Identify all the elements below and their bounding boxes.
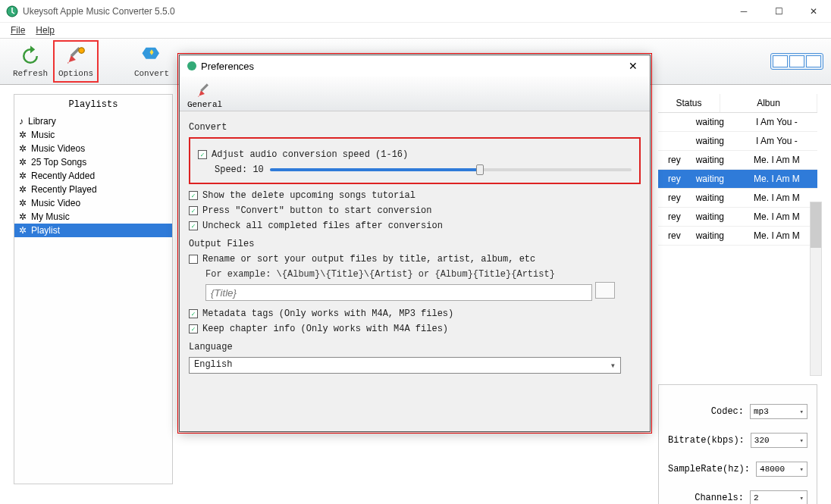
col-album[interactable]: Albun [720,94,817,112]
playlist-item-label: 25 Top Songs [31,157,86,167]
menubar: File Help [0,23,831,38]
adjust-speed-checkbox[interactable]: ✓ [198,150,207,159]
playlist-item[interactable]: ♪Library [14,114,172,128]
press-convert-checkbox[interactable]: ✓ [189,206,198,215]
table-row[interactable]: waitingI Am You - [658,132,817,151]
cell-status: waiting [684,227,736,245]
language-select[interactable]: English [189,357,621,374]
samplerate-select[interactable]: 48000 [756,462,807,477]
output-settings-panel: Codec:mp3 Bitrate(kbps):320 SampleRate(h… [658,384,817,504]
chapter-checkbox[interactable]: ✓ [189,324,198,333]
refresh-button[interactable]: Refresh [8,40,53,83]
playlists-heading: Playlists [14,95,172,114]
window-title: Ukeysoft Apple Music Converter 5.5.0 [23,6,726,17]
table-row[interactable]: reywaitingMe. I Am M [658,170,817,189]
slider-thumb[interactable] [476,164,484,175]
table-row[interactable]: waitingI Am You - [658,113,817,132]
svg-point-3 [187,61,196,70]
playlist-item[interactable]: ✲25 Top Songs [14,155,172,169]
playlist-item-label: Music [31,130,55,140]
table-header: Status Albun [658,94,817,113]
table-row[interactable]: reywaitingMe. I Am M [658,151,817,170]
minimize-button[interactable]: ─ [726,0,761,23]
metadata-checkbox[interactable]: ✓ [189,309,198,318]
view-toggle-1[interactable] [773,55,788,67]
language-section-label: Language [189,342,641,352]
show-delete-label: Show the delete upcoming songs tutorial [202,190,416,201]
gear-icon: ✲ [19,184,27,195]
rename-label: Rename or sort your output files by titl… [202,254,535,265]
codec-select[interactable]: mp3 [750,404,807,419]
chapter-label: Keep chapter info (Only works with M4A f… [202,324,448,334]
scroll-thumb[interactable] [811,202,821,248]
output-files-label: Output Files [189,239,641,249]
gear-icon: ✲ [19,130,27,140]
menu-help[interactable]: Help [36,25,55,36]
gear-icon: ✲ [19,171,27,181]
cell-status: waiting [684,189,736,207]
playlist-item[interactable]: ✲My Music [14,210,172,224]
cell-status: waiting [684,132,736,150]
convert-speed-group: ✓ Adjust audio conversion speed (1-16) S… [189,137,641,184]
playlist-item[interactable]: ✲Recently Played [14,183,172,196]
vertical-scrollbar[interactable] [810,202,822,376]
cell-status: waiting [684,208,736,226]
speed-value-label: Speed: 10 [215,164,264,175]
convert-icon [140,45,163,67]
dialog-icon [186,60,198,72]
rename-pattern-input[interactable] [205,284,592,301]
press-convert-label: Press "Convert" button to start conversi… [202,205,431,216]
app-icon [6,5,18,17]
cell-album: Me. I Am M [736,227,817,245]
tracks-table-fragment: Status Albun waitingI Am You -waitingI A… [658,94,817,268]
playlist-item-label: My Music [31,211,70,222]
table-row[interactable]: revwaitingMe. I Am M [658,227,817,246]
gear-icon: ✲ [19,198,27,208]
pattern-browse-button[interactable] [595,282,615,299]
playlist-item[interactable]: ✲Music Video [14,196,172,210]
playlist-item-label: Recently Played [31,184,97,195]
cell-artist: rey [658,189,684,207]
dialog-titlebar: Preferences ✕ [180,55,650,77]
metadata-label: Metadata tags (Only works with M4A, MP3 … [202,308,453,319]
playlist-item[interactable]: ✲Recently Added [14,169,172,183]
cell-album: I Am You - [736,132,817,150]
table-row[interactable]: reywaitingMe. I Am M [658,189,817,208]
playlist-item[interactable]: ✲Music Videos [14,142,172,155]
channels-select[interactable]: 2 [750,490,807,504]
general-tab-icon [196,82,214,100]
close-button[interactable]: ✕ [796,0,831,23]
playlist-item[interactable]: ✲Music [14,128,172,142]
dialog-tabbar: General [180,77,650,111]
tab-general[interactable]: General [184,82,225,111]
options-button[interactable]: Options [53,40,99,83]
gear-icon: ✲ [19,211,27,222]
cell-artist: rey [658,208,684,226]
cell-album: Me. I Am M [736,208,817,226]
music-note-icon: ♪ [19,116,24,127]
svg-rect-4 [200,83,209,92]
cell-status: waiting [684,151,736,169]
speed-slider[interactable] [270,164,632,175]
table-row[interactable]: reywaitingMe. I Am M [658,208,817,227]
samplerate-label: SampleRate(hz): [668,464,750,474]
view-toggle-3[interactable] [806,55,821,67]
rename-checkbox[interactable]: ✓ [189,255,198,264]
cell-album: I Am You - [736,113,817,131]
maximize-button[interactable]: ☐ [761,0,796,23]
show-delete-checkbox[interactable]: ✓ [189,191,198,200]
channels-label: Channels: [695,493,744,503]
view-toggle-2[interactable] [789,55,804,67]
uncheck-completed-checkbox[interactable]: ✓ [189,221,198,230]
menu-file[interactable]: File [11,25,25,36]
playlist-item[interactable]: ✲Playlist [14,224,172,237]
convert-button[interactable]: Convert [129,40,174,83]
preferences-dialog: Preferences ✕ General Convert ✓ Adjust a… [179,55,651,432]
cell-album: Me. I Am M [736,151,817,169]
col-status[interactable]: Status [658,94,720,112]
dialog-close-button[interactable]: ✕ [622,60,644,72]
adjust-speed-label: Adjust audio conversion speed (1-16) [212,149,408,160]
gear-icon: ✲ [19,225,27,236]
bitrate-select[interactable]: 320 [751,433,807,448]
cell-artist: rev [658,227,684,245]
